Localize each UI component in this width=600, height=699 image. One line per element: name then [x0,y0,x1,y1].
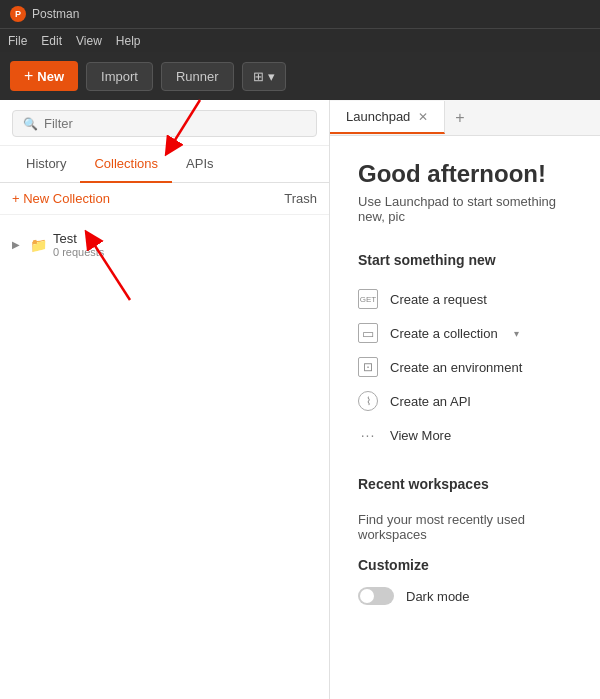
add-tab-button[interactable]: + [445,102,474,134]
menu-view[interactable]: View [76,34,102,48]
menu-edit[interactable]: Edit [41,34,62,48]
title-bar: P Postman [0,0,600,28]
action-label: Create an API [390,394,471,409]
action-create-environment[interactable]: ⊡ Create an environment [358,350,572,384]
menu-file[interactable]: File [8,34,27,48]
app-title: Postman [32,7,79,21]
new-label: New [37,69,64,84]
runner-button[interactable]: Runner [161,62,234,91]
sidebar: 🔍 History Collections APIs + New Collect… [0,100,330,699]
plus-icon: + [24,67,33,85]
right-panel: Launchpad ✕ + Good afternoon! Use Launch… [330,100,600,699]
greeting-subtext: Use Launchpad to start something new, pi… [358,194,572,224]
collection-meta: 0 requests [53,246,104,258]
action-label: Create an environment [390,360,522,375]
collection-info: Test 0 requests [53,231,104,258]
dark-mode-row: Dark mode [358,587,572,605]
search-icon: 🔍 [23,117,38,131]
menu-help[interactable]: Help [116,34,141,48]
customize-section-title: Customize [358,557,572,573]
search-input-wrap[interactable]: 🔍 [12,110,317,137]
tab-apis[interactable]: APIs [172,146,227,183]
workspace-button[interactable]: ⊞ ▾ [242,62,286,91]
recent-section-title: Recent workspaces [358,476,572,492]
dark-mode-label: Dark mode [406,589,470,604]
collection-icon: ▭ [358,323,378,343]
start-section-title: Start something new [358,252,572,268]
close-tab-icon[interactable]: ✕ [418,110,428,124]
chevron-right-icon: ▶ [12,239,24,250]
new-collection-button[interactable]: + New Collection [12,191,110,206]
collection-name: Test [53,231,104,246]
api-icon: ⌇ [358,391,378,411]
toolbar: + New Import Runner ⊞ ▾ [0,52,600,100]
more-icon: ··· [358,425,378,445]
folder-icon: 📁 [30,237,47,253]
launchpad-tab[interactable]: Launchpad ✕ [330,101,445,134]
sidebar-tabs: History Collections APIs [0,146,329,183]
recent-workspace-text: Find your most recently used workspaces [358,512,572,542]
new-button[interactable]: + New [10,61,78,91]
chevron-down-icon: ▾ [514,328,519,339]
search-bar: 🔍 [0,100,329,146]
import-button[interactable]: Import [86,62,153,91]
action-label: Create a collection [390,326,498,341]
app-icon: P [10,6,26,22]
tab-history[interactable]: History [12,146,80,183]
action-label: View More [390,428,451,443]
dark-mode-toggle[interactable] [358,587,394,605]
greeting-heading: Good afternoon! [358,160,572,188]
filter-input[interactable] [44,116,306,131]
workspace-icon: ⊞ [253,69,264,84]
tab-collections[interactable]: Collections [80,146,172,183]
action-create-collection[interactable]: ▭ Create a collection ▾ [358,316,572,350]
get-icon: GET [358,289,378,309]
main-layout: 🔍 History Collections APIs + New Collect… [0,100,600,699]
trash-button[interactable]: Trash [284,191,317,206]
action-create-api[interactable]: ⌇ Create an API [358,384,572,418]
launchpad-tab-label: Launchpad [346,109,410,124]
action-create-request[interactable]: GET Create a request [358,282,572,316]
tab-bar: Launchpad ✕ + [330,100,600,136]
collection-list: ▶ 📁 Test 0 requests [0,215,329,699]
collection-item-test[interactable]: ▶ 📁 Test 0 requests [0,223,329,266]
chevron-down-icon: ▾ [268,69,275,84]
menu-bar: File Edit View Help [0,28,600,52]
launchpad-content: Good afternoon! Use Launchpad to start s… [330,136,600,699]
collection-actions: + New Collection Trash [0,183,329,215]
environment-icon: ⊡ [358,357,378,377]
action-view-more[interactable]: ··· View More [358,418,572,452]
action-list: GET Create a request ▭ Create a collecti… [358,282,572,452]
action-label: Create a request [390,292,487,307]
